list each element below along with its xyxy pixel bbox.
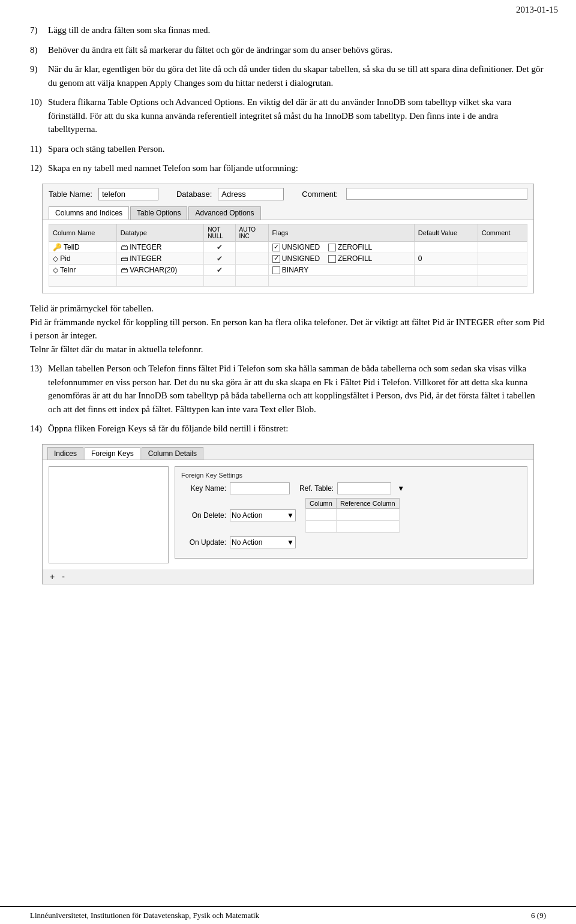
item-num: 13) bbox=[30, 362, 48, 416]
table-screenshot: Table Name: telefon Database: Adress Com… bbox=[42, 184, 534, 294]
dropdown-icon: ▼ bbox=[287, 511, 294, 520]
ref-table-input[interactable] bbox=[337, 482, 391, 494]
tab-indices[interactable]: Indices bbox=[47, 447, 83, 460]
col-flags: BINARY bbox=[268, 265, 414, 276]
tab-column-details[interactable]: Column Details bbox=[142, 447, 203, 460]
column-ref-table-area: Column Reference Column bbox=[305, 498, 400, 533]
item-num: 11) bbox=[30, 142, 48, 156]
ref-table-dropdown-icon: ▼ bbox=[397, 484, 404, 493]
col-comment bbox=[478, 253, 527, 264]
col-icon-name: ◇ Pid bbox=[49, 253, 117, 264]
zerofill-checkbox bbox=[328, 255, 336, 263]
page: 2013-01-15 7) Lägg till de andra fälten … bbox=[0, 0, 576, 924]
key-name-input[interactable] bbox=[230, 482, 290, 494]
item-num: 12) bbox=[30, 161, 48, 175]
table-row-empty bbox=[49, 276, 527, 287]
tab-foreign-keys[interactable]: Foreign Keys bbox=[85, 447, 140, 460]
col-header-datatype: Datatype bbox=[116, 224, 204, 241]
header-date: 2013-01-15 bbox=[516, 5, 558, 14]
tab-columns-indices[interactable]: Columns and Indices bbox=[49, 206, 129, 220]
item-text: Lägg till de andra fälten som ska finnas… bbox=[48, 23, 546, 37]
checkmark-icon: ✔ bbox=[217, 254, 223, 263]
col-icon-name: ◇ Telnr bbox=[49, 265, 117, 276]
col-datatype: 🗃 INTEGER bbox=[116, 241, 204, 253]
page-footer: Linnéuniversitetet, Institutionen för Da… bbox=[0, 906, 576, 924]
fk-settings-panel: Foreign Key Settings Key Name: Ref. Tabl… bbox=[175, 466, 527, 563]
fk-bottom-buttons: + - bbox=[43, 569, 533, 584]
add-fk-button[interactable]: + bbox=[49, 572, 56, 581]
footer-page-number: 6 (9) bbox=[531, 911, 546, 920]
field-icon: ◇ bbox=[53, 266, 58, 274]
field-icon: ◇ bbox=[53, 254, 58, 263]
fk-settings-group: Foreign Key Settings Key Name: Ref. Tabl… bbox=[175, 466, 527, 559]
table-name-label: Table Name: bbox=[49, 190, 92, 199]
list-item: 9) När du är klar, egentligen bör du gör… bbox=[30, 62, 546, 89]
columns-table-area: Column Name Datatype NOTNULL AUTOINC Fla… bbox=[43, 220, 533, 293]
item-text: Spara och stäng tabellen Person. bbox=[48, 142, 546, 156]
remove-fk-button[interactable]: - bbox=[61, 572, 66, 581]
col-autoinc bbox=[235, 241, 268, 253]
item-text: Mellan tabellen Person och Telefon finns… bbox=[48, 362, 546, 416]
tab-advanced-options[interactable]: Advanced Options bbox=[188, 206, 260, 220]
col-header-column: Column bbox=[306, 498, 337, 508]
on-update-select[interactable]: No Action ▼ bbox=[230, 536, 296, 548]
page-header: 2013-01-15 bbox=[0, 0, 576, 17]
fk-col-cell bbox=[306, 508, 337, 520]
col-default bbox=[414, 265, 478, 276]
item-num: 8) bbox=[30, 43, 48, 57]
checkmark-icon: ✔ bbox=[217, 243, 223, 251]
item-num: 10) bbox=[30, 95, 48, 136]
fk-key-name-row: Key Name: Ref. Table: ▼ bbox=[181, 482, 521, 494]
item-text: Öppna fliken Foreign Keys så får du följ… bbox=[48, 422, 546, 436]
col-notnull: ✔ bbox=[204, 241, 235, 253]
col-header-refcol: Reference Column bbox=[336, 498, 399, 508]
unsigned-checkbox bbox=[272, 255, 280, 263]
fk-col-row bbox=[306, 508, 400, 520]
binary-checkbox bbox=[272, 266, 280, 274]
zerofill-checkbox bbox=[328, 244, 336, 251]
paragraph-telid: Telid är primärnyckel för tabellen. Pid … bbox=[30, 302, 546, 356]
col-autoinc bbox=[235, 253, 268, 264]
fk-content-area: Foreign Key Settings Key Name: Ref. Tabl… bbox=[43, 460, 533, 569]
list-item: 13) Mellan tabellen Person och Telefon f… bbox=[30, 362, 546, 416]
fk-on-delete-row: On Delete: No Action ▼ Column bbox=[181, 498, 521, 533]
col-flags: UNSIGNED ZEROFILL bbox=[268, 241, 414, 253]
key-name-label: Key Name: bbox=[181, 484, 226, 493]
col-default bbox=[414, 241, 478, 253]
list-item: 10) Studera flikarna Table Options och A… bbox=[30, 95, 546, 136]
col-notnull: ✔ bbox=[204, 265, 235, 276]
list-item: 8) Behöver du ändra ett fält så markerar… bbox=[30, 43, 546, 57]
on-delete-select[interactable]: No Action ▼ bbox=[230, 509, 296, 521]
col-datatype: 🗃 VARCHAR(20) bbox=[116, 265, 204, 276]
col-header-flags: Flags bbox=[268, 224, 414, 241]
comment-input bbox=[346, 188, 527, 200]
list-item: 14) Öppna fliken Foreign Keys så får du … bbox=[30, 422, 546, 436]
col-default: 0 bbox=[414, 253, 478, 264]
list-item: 11) Spara och stäng tabellen Person. bbox=[30, 142, 546, 156]
table-name-row: Table Name: telefon Database: Adress Com… bbox=[43, 184, 533, 204]
database-select: Adress bbox=[218, 188, 284, 200]
tabs-row: Columns and Indices Table Options Advanc… bbox=[43, 204, 533, 220]
checkmark-icon: ✔ bbox=[217, 266, 223, 274]
tab-table-options[interactable]: Table Options bbox=[130, 206, 187, 220]
item-num: 9) bbox=[30, 62, 48, 89]
col-notnull: ✔ bbox=[204, 253, 235, 264]
columns-table: Column Name Datatype NOTNULL AUTOINC Fla… bbox=[49, 224, 527, 287]
fk-on-update-row: On Update: No Action ▼ bbox=[181, 536, 521, 548]
col-icon-name: 🔑 TellD bbox=[49, 241, 117, 253]
comment-label: Comment: bbox=[302, 190, 338, 199]
col-autoinc bbox=[235, 265, 268, 276]
item-text: När du är klar, egentligen bör du göra d… bbox=[48, 62, 546, 89]
col-flags: UNSIGNED ZEROFILL bbox=[268, 253, 414, 264]
item-text: Skapa en ny tabell med namnet Telefon so… bbox=[48, 161, 546, 175]
item-num: 7) bbox=[30, 23, 48, 37]
dropdown-icon: ▼ bbox=[287, 538, 294, 547]
content-area: 7) Lägg till de andra fälten som ska fin… bbox=[0, 17, 576, 629]
fk-columns-table: Column Reference Column bbox=[305, 498, 400, 533]
list-item: 12) Skapa en ny tabell med namnet Telefo… bbox=[30, 161, 546, 175]
unsigned-checkbox bbox=[272, 244, 280, 251]
col-comment bbox=[478, 241, 527, 253]
item-num: 14) bbox=[30, 422, 48, 436]
datatype-icon: 🗃 bbox=[121, 243, 128, 251]
footer-institution: Linnéuniversitetet, Institutionen för Da… bbox=[30, 911, 259, 920]
